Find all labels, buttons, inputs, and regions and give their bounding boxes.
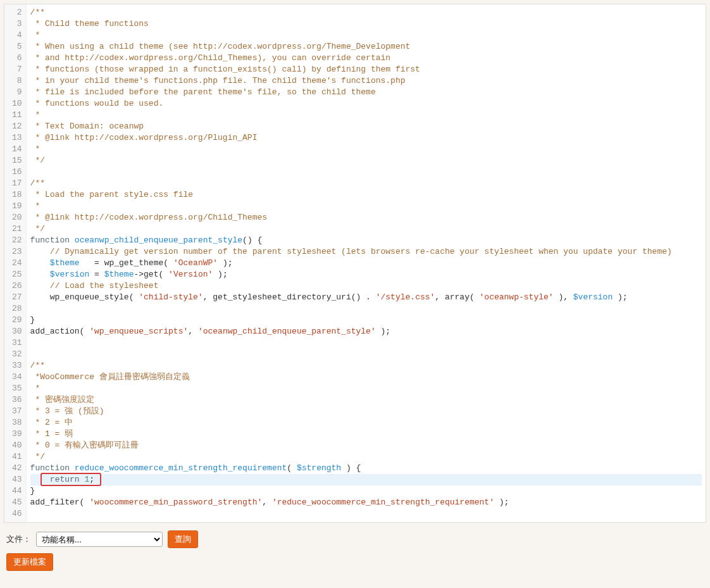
token-comment: * @link http://codex.wordpress.org/Child… [30,213,267,222]
code-line[interactable]: /** [30,360,702,372]
token-plain [30,258,50,268]
code-line[interactable]: * @link http://codex.wordpress.org/Plugi… [30,132,702,144]
token-plain: ; [89,475,94,484]
code-line[interactable]: /** [30,178,702,189]
token-keyword: function [30,463,70,473]
code-line[interactable]: */ [30,223,702,235]
token-keyword: function [30,235,70,245]
token-plain: } [30,486,35,496]
code-line[interactable]: * @link http://codex.wordpress.org/Child… [30,212,702,223]
code-line[interactable]: /** [30,7,702,18]
code-line[interactable]: function oceanwp_child_enqueue_parent_st… [30,235,702,246]
code-line[interactable]: return 1; [30,474,702,485]
code-line[interactable]: * [30,201,702,212]
token-comment: * 0 = 有輸入密碼即可註冊 [30,441,139,450]
token-comment: *WooCommerce 會員註冊密碼強弱自定義 [30,372,190,382]
update-file-button[interactable]: 更新檔案 [6,553,53,571]
code-line[interactable]: * functions would be used. [30,98,702,109]
code-line[interactable] [30,303,702,315]
line-number: 27 [12,292,22,303]
token-plain: , get_stylesheet_directory_uri() . [203,292,376,302]
token-plain [30,281,50,291]
code-line[interactable] [30,337,702,349]
code-line[interactable]: * Load the parent style.css file [30,189,702,201]
line-number: 14 [12,144,22,155]
search-button[interactable]: 查詢 [168,530,198,548]
code-line[interactable]: * 2 = 中 [30,417,702,428]
token-plain: , array( [435,292,479,302]
line-number: 36 [12,394,22,406]
token-comment: * functions (those wrapped in a function… [30,65,420,74]
token-comment: * [30,30,40,40]
code-line[interactable]: $theme = wp_get_theme( 'OceanWP' ); [30,258,702,269]
documentation-select[interactable]: 功能名稱... [36,532,163,547]
token-comment: * Text Domain: oceanwp [30,122,144,131]
token-comment: /** [30,8,45,17]
code-line[interactable]: * 3 = 強 (預設) [30,406,702,417]
code-line[interactable]: } [30,315,702,326]
line-number: 9 [12,87,22,98]
token-comment: * 1 = 弱 [30,429,73,439]
code-line[interactable]: function reduce_woocommerce_min_strength… [30,463,702,474]
line-number: 32 [12,349,22,360]
code-line[interactable]: */ [30,451,702,463]
code-line[interactable]: * Text Domain: oceanwp [30,121,702,132]
code-line[interactable]: // Dynamically get version number of the… [30,246,702,258]
token-plain: ); [218,258,232,268]
code-line[interactable]: * When using a child theme (see http://c… [30,41,702,53]
line-number: 34 [12,372,22,383]
token-comment: * functions would be used. [30,99,164,108]
code-line[interactable]: add_action( 'wp_enqueue_scripts', 'ocean… [30,326,702,337]
code-line[interactable]: $version = $theme->get( 'Version' ); [30,269,702,280]
token-comment: * Load the parent style.css file [30,190,193,199]
line-number: 33 [12,360,22,372]
code-line[interactable] [30,166,702,178]
line-number: 13 [12,132,22,144]
code-line[interactable]: * and http://codex.wordpress.org/Child_T… [30,53,702,64]
token-var: $version [573,292,613,302]
token-plain [30,247,50,256]
token-plain: = [89,270,104,279]
code-line[interactable]: *WooCommerce 會員註冊密碼強弱自定義 [30,372,702,383]
code-line[interactable]: * Child theme functions [30,18,702,30]
line-number: 25 [12,269,22,280]
code-line[interactable]: * 密碼強度設定 [30,394,702,406]
code-content[interactable]: /** * Child theme functions * * When usi… [27,4,706,522]
token-comment: * 3 = 強 (預設) [30,406,104,416]
token-string: 'OceanWP' [173,258,218,268]
line-number: 21 [12,223,22,235]
code-line[interactable]: */ [30,155,702,166]
code-line[interactable]: } [30,485,702,497]
code-line[interactable]: * [30,383,702,394]
code-line[interactable]: * [30,144,702,155]
line-number: 31 [12,337,22,349]
code-line[interactable]: * 0 = 有輸入密碼即可註冊 [30,440,702,451]
line-number: 38 [12,417,22,428]
token-comment: */ [30,224,45,234]
code-line[interactable]: * [30,30,702,41]
token-plain: , [188,327,198,336]
token-string: 'child-style' [139,292,202,302]
code-line[interactable]: add_filter( 'woocommerce_min_password_st… [30,497,702,508]
token-comment: * in your child theme's functions.php fi… [30,76,406,85]
code-line[interactable]: * in your child theme's functions.php fi… [30,75,702,87]
code-line[interactable] [30,508,702,520]
code-line[interactable]: * functions (those wrapped in a function… [30,64,702,75]
file-label: 文件： [6,534,31,545]
code-line[interactable] [30,349,702,360]
code-line[interactable]: * [30,109,702,121]
code-line[interactable]: * file is included before the parent the… [30,87,702,98]
token-comment: /** [30,361,45,370]
token-plain: () { [242,235,262,245]
line-number: 3 [12,18,22,30]
line-number: 18 [12,189,22,201]
token-comment: */ [30,156,45,165]
code-line[interactable]: * 1 = 弱 [30,428,702,440]
token-plain: ); [213,270,227,279]
token-string: 'woocommerce_min_password_strength' [89,497,262,507]
line-number: 24 [12,258,22,269]
token-comment: * and http://codex.wordpress.org/Child_T… [30,53,391,63]
code-line[interactable]: wp_enqueue_style( 'child-style', get_sty… [30,292,702,303]
code-line[interactable]: // Load the stylesheet [30,280,702,292]
line-number: 43 [12,474,22,485]
